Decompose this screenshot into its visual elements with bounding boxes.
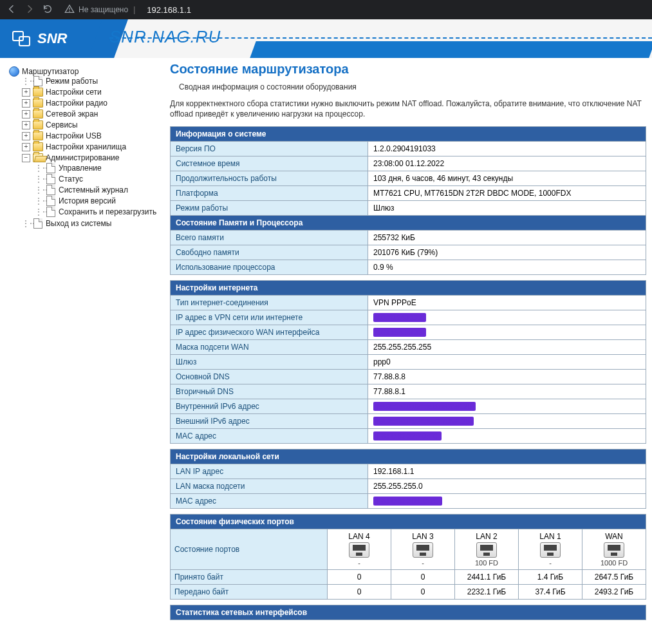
row-key: Основной DNS bbox=[171, 369, 368, 384]
tree-item-label[interactable]: Администрирование bbox=[46, 153, 119, 162]
redacted-value: fe80::1a10:02ff:fe2b:e02a/128 bbox=[373, 402, 476, 411]
tree-subitem[interactable]: ⋮⋯Сохранить и перезагрузить bbox=[35, 207, 170, 216]
ports-status-label: Состояние портов bbox=[171, 529, 328, 569]
table-row: Режим работыШлюз bbox=[171, 200, 646, 215]
page-icon bbox=[46, 185, 55, 195]
tree-connector: ⋮⋯ bbox=[35, 175, 43, 184]
row-key: MAC адрес bbox=[171, 428, 368, 443]
tree-item-label[interactable]: Настройки USB bbox=[46, 131, 102, 140]
table-row: Основной DNS77.88.8.8 bbox=[171, 369, 646, 384]
row-value: 255.255.255.0 bbox=[368, 478, 646, 493]
tree-item-label[interactable]: Настройки сети bbox=[46, 88, 102, 97]
forward-icon[interactable] bbox=[24, 4, 35, 16]
row-key: Свободно памяти bbox=[171, 245, 368, 260]
tree-subitem-label[interactable]: Управление bbox=[59, 164, 102, 173]
tree-subitem[interactable]: ⋮⋯Статус bbox=[35, 175, 170, 184]
tree-item[interactable]: +Сервисы bbox=[22, 120, 170, 129]
port-tx: 2493.2 ГиБ bbox=[582, 584, 646, 599]
tree-toggle[interactable]: + bbox=[22, 88, 30, 97]
row-value: 77.88.8.1 bbox=[368, 384, 646, 399]
section-header: Настройки интернета bbox=[171, 280, 646, 295]
port-status: 1000 FD bbox=[586, 559, 642, 567]
row-key: Режим работы bbox=[171, 200, 368, 215]
tree-item-label[interactable]: Выход из системы bbox=[46, 219, 111, 228]
next-section-table: Статистика сетевых интерфейсов bbox=[170, 605, 646, 620]
redacted-value: F6:F0:82:2B:EC:2E bbox=[373, 497, 442, 506]
tree-toggle[interactable]: + bbox=[22, 132, 30, 140]
tree-subitem-label[interactable]: Сохранить и перезагрузить bbox=[59, 207, 156, 216]
section-header: Настройки локальной сети bbox=[171, 449, 646, 464]
table-row: MAC адресF6:F0:82:22:7D:FC bbox=[171, 428, 646, 443]
content-area: Состояние маршрутизатора Сводная информа… bbox=[170, 62, 652, 638]
tree-connector: ⋮⋯ bbox=[22, 219, 30, 228]
row-value: ppp0 bbox=[368, 354, 646, 369]
port-cell: WAN1000 FD bbox=[582, 529, 646, 569]
row-value: 169.254.53.33 bbox=[368, 325, 646, 339]
row-key: Шлюз bbox=[171, 354, 368, 369]
table-row: Тип интернет-соединенияVPN PPPoE bbox=[171, 295, 646, 310]
folder-open-icon bbox=[33, 153, 43, 162]
tree-item[interactable]: ⋮⋯Режим работы bbox=[22, 77, 170, 86]
row-value: 103 дня, 6 часов, 46 минут, 43 секунды bbox=[368, 171, 646, 185]
tree-subitem[interactable]: ⋮⋯Управление bbox=[35, 164, 170, 173]
section-header: Состояние Памяти и Процессора bbox=[171, 215, 646, 230]
rj45-icon bbox=[476, 542, 497, 558]
port-status: - bbox=[523, 559, 578, 567]
tree-item[interactable]: ⋮⋯Выход из системы bbox=[22, 219, 170, 228]
port-name: WAN bbox=[586, 532, 642, 541]
tree-item[interactable]: −Администрирование bbox=[22, 153, 170, 162]
tree-item[interactable]: +Настройки USB bbox=[22, 131, 170, 140]
tree-item[interactable]: +Настройки сети bbox=[22, 88, 170, 97]
table-row: LAN IP адрес192.168.1.1 bbox=[171, 464, 646, 478]
next-section-title: Статистика сетевых интерфейсов bbox=[171, 605, 646, 620]
row-value: MT7621 CPU, MT7615DN 2T2R DBDC MODE, 100… bbox=[368, 185, 646, 200]
tree-toggle[interactable]: + bbox=[22, 121, 30, 129]
info-table: Настройки интернетаТип интернет-соединен… bbox=[170, 280, 646, 444]
port-name: LAN 4 bbox=[331, 532, 387, 541]
tree-toggle[interactable]: + bbox=[22, 143, 30, 151]
tree-subitem[interactable]: ⋮⋯Системный журнал bbox=[35, 185, 170, 194]
section-header: Информация о системе bbox=[171, 126, 646, 141]
table-row: LAN маска подсети255.255.255.0 bbox=[171, 478, 646, 493]
port-rx: 1.4 ГиБ bbox=[519, 569, 582, 584]
back-icon[interactable] bbox=[6, 4, 17, 16]
tree-subitem-label[interactable]: Статус bbox=[59, 175, 83, 184]
tree-item-label[interactable]: Настройки хранилища bbox=[46, 142, 126, 151]
table-row: Внутренний IPv6 адресfe80::1a10:02ff:fe2… bbox=[171, 399, 646, 413]
row-key: Внешний IPv6 адрес bbox=[171, 413, 368, 428]
page-icon bbox=[33, 218, 42, 229]
row-key: Маска подсети WAN bbox=[171, 339, 368, 354]
tree-item-label[interactable]: Сетевой экран bbox=[46, 109, 98, 118]
tree-item[interactable]: +Сетевой экран bbox=[22, 109, 170, 118]
redacted-value: fe80::1a10:02ff:fea3:7dfe/128 bbox=[373, 417, 474, 426]
port-name: LAN 1 bbox=[523, 532, 578, 541]
tree-item-label[interactable]: Режим работы bbox=[46, 77, 98, 86]
info-table: Настройки локальной сетиLAN IP адрес192.… bbox=[170, 449, 646, 509]
nav-tree: Маршрутизатор ⋮⋯Режим работы+Настройки с… bbox=[0, 62, 170, 230]
tree-subitem[interactable]: ⋮⋯История версий bbox=[35, 196, 170, 205]
port-name: LAN 2 bbox=[459, 532, 514, 541]
tree-item-label[interactable]: Сервисы bbox=[46, 120, 78, 129]
port-rx: 0 bbox=[328, 569, 391, 584]
table-row: Шлюзppp0 bbox=[171, 354, 646, 369]
url-separator: | bbox=[128, 5, 140, 14]
row-key: Внутренний IPv6 адрес bbox=[171, 399, 368, 413]
port-status: - bbox=[331, 559, 387, 567]
tree-subitem-label[interactable]: История версий bbox=[59, 196, 116, 205]
row-value: 0.9 % bbox=[368, 260, 646, 274]
tree-toggle[interactable]: + bbox=[22, 110, 30, 118]
tree-item-label[interactable]: Настройки радио bbox=[46, 99, 107, 108]
address-bar[interactable]: 192.168.1.1 bbox=[140, 5, 191, 15]
tree-toggle[interactable]: − bbox=[22, 154, 30, 162]
tree-item[interactable]: +Настройки радио bbox=[22, 99, 170, 108]
reload-icon[interactable] bbox=[42, 4, 53, 16]
tree-toggle[interactable]: + bbox=[22, 99, 30, 108]
tree-item[interactable]: +Настройки хранилища bbox=[22, 142, 170, 151]
ports-tx-label: Передано байт bbox=[171, 584, 328, 599]
table-row: Всего памяти255732 КиБ bbox=[171, 230, 646, 245]
tree-subitem-label[interactable]: Системный журнал bbox=[59, 185, 128, 194]
tree-root[interactable]: Маршрутизатор bbox=[9, 67, 170, 76]
port-tx: 0 bbox=[328, 584, 391, 599]
ports-table: Состояние физических портов Состояние по… bbox=[170, 514, 646, 600]
table-row: Вторичный DNS77.88.8.1 bbox=[171, 384, 646, 399]
